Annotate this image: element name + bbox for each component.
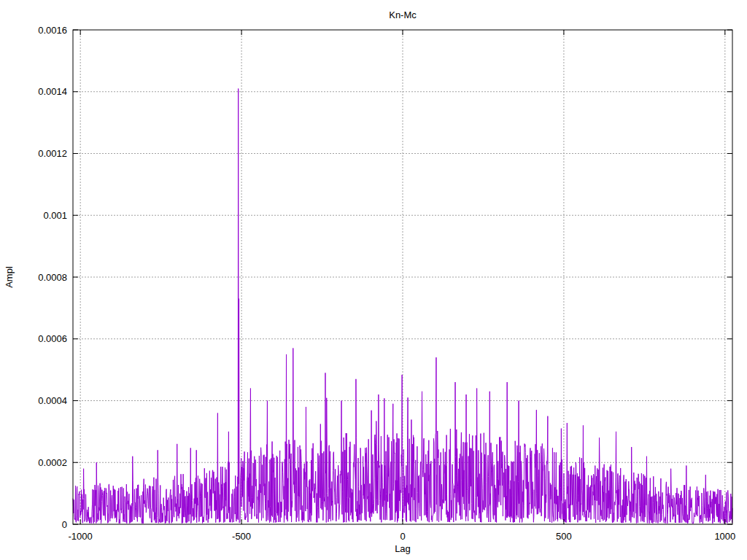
y-axis-label: Ampl	[4, 266, 15, 288]
y-tick-label: 0.0014	[38, 86, 67, 97]
y-tick-label: 0.001	[43, 210, 67, 221]
y-tick-label: 0.0002	[38, 457, 67, 468]
y-tick-label: 0.0008	[38, 272, 67, 283]
x-tick-label: -500	[232, 531, 251, 542]
chart-title: Kn-Mc	[389, 9, 417, 20]
y-tick-label: 0	[62, 519, 67, 530]
y-tick-label: 0.0016	[38, 25, 67, 36]
x-axis-label: Lag	[395, 543, 411, 554]
y-tick-label: 0.0006	[38, 333, 67, 344]
tick-labels: -1000-5000500100000.00020.00040.00060.00…	[38, 25, 735, 542]
gnuplot-window: Kn-Mc Ampl Lag -1000-5000500100000.00020…	[0, 0, 747, 560]
x-tick-label: -1000	[69, 531, 93, 542]
x-tick-label: 500	[556, 531, 572, 542]
y-tick-label: 0.0012	[38, 148, 67, 159]
y-tick-label: 0.0004	[38, 395, 67, 406]
x-tick-label: 1000	[714, 531, 735, 542]
correlation-chart: Kn-Mc Ampl Lag -1000-5000500100000.00020…	[0, 0, 747, 560]
grid-lines	[73, 30, 732, 524]
x-tick-label: 0	[400, 531, 405, 542]
